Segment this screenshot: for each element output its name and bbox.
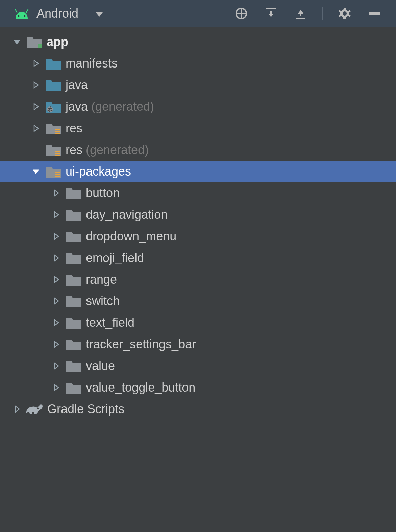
tree-item-label: switch (86, 294, 120, 308)
tree-item-label: value_toggle_button (86, 380, 195, 395)
folder-icon (66, 360, 81, 372)
svg-rect-23 (55, 176, 60, 177)
svg-line-3 (26, 9, 28, 12)
tree-item-gradle-scripts[interactable]: Gradle Scripts (0, 398, 396, 420)
chevron-right-icon[interactable] (49, 294, 63, 308)
folder-icon (66, 338, 81, 350)
tree-item-label: java (66, 78, 88, 92)
resource-folder-icon (46, 122, 61, 134)
svg-point-11 (343, 11, 347, 16)
tree-item-range[interactable]: range (0, 269, 396, 290)
chevron-right-icon[interactable] (49, 208, 63, 221)
tree-item-tracker-settings-bar[interactable]: tracker_settings_bar (0, 334, 396, 355)
tree-item-emoji-field[interactable]: emoji_field (0, 247, 396, 269)
tree-item-label: manifests (66, 56, 118, 71)
resource-folder-icon (46, 165, 61, 178)
separator (322, 7, 323, 20)
resource-folder-icon (46, 144, 61, 156)
tree-item-java-generated[interactable]: java (generated) (0, 96, 396, 117)
svg-rect-22 (55, 174, 60, 175)
tree-item-app[interactable]: app (0, 31, 396, 53)
svg-rect-19 (55, 153, 60, 154)
chevron-right-icon[interactable] (49, 251, 63, 265)
view-selector[interactable]: Android (14, 6, 103, 21)
svg-rect-20 (55, 155, 60, 156)
chevron-right-icon[interactable] (49, 273, 63, 286)
folder-icon (66, 252, 81, 264)
svg-line-2 (15, 9, 17, 12)
svg-point-24 (37, 408, 39, 409)
folder-icon (66, 273, 81, 286)
tree-item-res-generated[interactable]: res (generated) (0, 139, 396, 161)
module-folder-icon (27, 36, 42, 48)
chevron-down-icon[interactable] (10, 35, 24, 49)
tree-item-label: value (86, 359, 115, 373)
tree-item-ui-packages[interactable]: ui-packages (0, 161, 396, 182)
svg-rect-17 (55, 133, 60, 134)
chevron-right-icon[interactable] (49, 186, 63, 200)
toolbar (233, 5, 382, 22)
tree-item-secondary-label: (generated) (86, 143, 149, 157)
chevron-right-icon[interactable] (49, 338, 63, 351)
tree-item-label: tracker_settings_bar (86, 337, 196, 351)
svg-rect-21 (55, 172, 60, 173)
tree-item-button[interactable]: button (0, 182, 396, 204)
tree-item-dropdown-menu[interactable]: dropdown_menu (0, 225, 396, 247)
gradle-icon (26, 402, 43, 416)
tree-item-label: app (47, 35, 68, 49)
chevron-down-icon (95, 7, 103, 20)
folder-icon (66, 295, 81, 307)
svg-rect-15 (55, 129, 60, 130)
tree-item-switch[interactable]: switch (0, 290, 396, 312)
tree-item-label: res (66, 143, 82, 157)
tree-item-label: button (86, 186, 120, 200)
select-opened-file-icon[interactable] (233, 5, 249, 22)
chevron-right-icon[interactable] (29, 122, 43, 135)
folder-icon (66, 230, 81, 242)
collapse-all-icon[interactable] (293, 5, 309, 22)
chevron-right-icon[interactable] (29, 57, 43, 70)
tree-item-text-field[interactable]: text_field (0, 312, 396, 334)
svg-rect-16 (55, 131, 60, 132)
tree-item-label: res (66, 121, 82, 135)
folder-icon (66, 187, 81, 199)
tree-item-res[interactable]: res (0, 117, 396, 139)
project-tree: app manifests java (0, 27, 396, 420)
hide-icon[interactable] (366, 5, 382, 22)
svg-rect-12 (369, 12, 380, 15)
chevron-right-icon[interactable] (29, 100, 43, 113)
chevron-right-icon[interactable] (29, 78, 43, 92)
chevron-right-icon[interactable] (49, 381, 63, 394)
tree-item-label: dropdown_menu (86, 229, 176, 243)
tree-item-label: text_field (86, 316, 134, 330)
gear-icon[interactable] (337, 5, 353, 22)
svg-rect-18 (55, 151, 60, 152)
view-selector-label: Android (36, 6, 78, 21)
folder-icon (66, 209, 81, 221)
tree-item-java[interactable]: java (0, 74, 396, 96)
tree-item-label: range (86, 272, 117, 287)
tree-item-label: ui-packages (66, 164, 131, 179)
folder-icon (66, 381, 81, 394)
tree-item-day-navigation[interactable]: day_navigation (0, 204, 396, 225)
svg-point-1 (24, 15, 26, 17)
tree-item-value[interactable]: value (0, 355, 396, 377)
folder-icon (66, 317, 81, 329)
chevron-right-icon[interactable] (49, 230, 63, 243)
tree-item-manifests[interactable]: manifests (0, 53, 396, 74)
folder-icon (46, 79, 61, 91)
chevron-right-icon[interactable] (49, 359, 63, 373)
panel-header: Android (0, 0, 396, 27)
chevron-right-icon[interactable] (49, 316, 63, 329)
android-icon (14, 8, 30, 19)
tree-item-value-toggle-button[interactable]: value_toggle_button (0, 377, 396, 398)
chevron-down-icon[interactable] (29, 165, 43, 178)
tree-item-label: emoji_field (86, 251, 144, 265)
tree-item-secondary-label: (generated) (91, 100, 154, 114)
expand-all-icon[interactable] (263, 5, 279, 22)
tree-item-label: day_navigation (86, 208, 168, 222)
svg-point-0 (18, 15, 20, 17)
folder-icon (46, 57, 61, 70)
tree-item-label: java (66, 100, 88, 114)
chevron-right-icon[interactable] (10, 402, 24, 416)
